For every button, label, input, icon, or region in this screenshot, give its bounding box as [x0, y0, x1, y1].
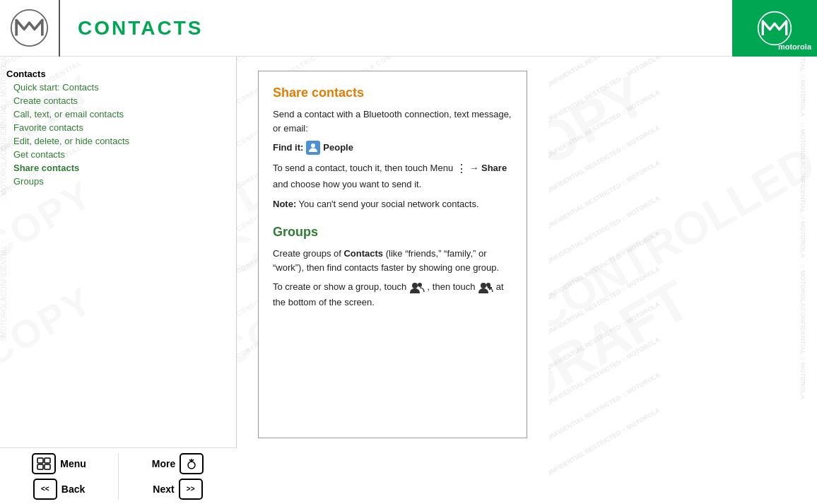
sidebar-item-edit-delete-hide[interactable]: Edit, delete, or hide contacts — [4, 134, 233, 148]
note-label: Note: — [273, 199, 296, 209]
sidebar-item-quick-start[interactable]: Quick start: Contacts — [4, 81, 233, 94]
sidebar-nav: Contacts Quick start: Contacts Create co… — [4, 67, 233, 188]
sidebar: MOTOROLA CONFIDENTIAL MOTOROLA CONFIDENT… — [0, 57, 237, 504]
motorola-logo-right: motorola — [732, 0, 817, 57]
menu-button[interactable]: Menu — [32, 453, 86, 474]
menu-icon — [32, 453, 56, 474]
svg-point-13 — [481, 283, 486, 288]
svg-point-11 — [412, 283, 418, 288]
people-icon — [306, 141, 320, 155]
sidebar-item-groups[interactable]: Groups — [4, 175, 233, 188]
main-layout: MOTOROLA CONFIDENTIAL MOTOROLA CONFIDENT… — [0, 57, 817, 504]
content-box: Share contacts Send a contact with a Blu… — [258, 71, 527, 438]
back-button[interactable]: << Back — [33, 479, 85, 500]
sidebar-item-create-contacts[interactable]: Create contacts — [4, 94, 233, 107]
share-intro: Send a contact with a Bluetooth connecti… — [273, 107, 512, 135]
sidebar-item-contacts[interactable]: Contacts — [4, 67, 233, 81]
groups-intro: Create groups of Contacts (like “friends… — [273, 247, 512, 274]
find-it-line: Find it: People — [273, 141, 512, 155]
share-instructions: To send a contact, touch it, then touch … — [273, 160, 512, 192]
sidebar-item-share-contacts[interactable]: Share contacts — [4, 161, 233, 175]
menu-dots: ⋮ — [456, 163, 467, 175]
share-contacts-title: Share contacts — [273, 86, 512, 100]
content-area: CONFIDENTIAL RESTRICTED :: MOTOROLA CONF… — [237, 57, 548, 504]
note: Note: You can't send your social network… — [273, 197, 512, 211]
note-content: You can't send your social network conta… — [299, 199, 479, 209]
next-icon: >> — [179, 479, 203, 500]
sidebar-item-favorite-contacts[interactable]: Favorite contacts — [4, 121, 233, 134]
bottom-nav-right: More Next >> — [118, 453, 237, 500]
bottom-nav: Menu << Back More — [0, 447, 237, 504]
svg-point-10 — [311, 143, 315, 148]
back-icon: << — [33, 479, 57, 500]
groups-icon-2 — [478, 280, 493, 295]
groups-icon-1 — [409, 280, 425, 295]
page-title: CONTACTS — [60, 17, 203, 40]
right-watermark-area: CONFIDENTIAL RESTRICTED :: MOTOROLA CONF… — [548, 57, 817, 504]
motorola-logo-left — [0, 0, 60, 57]
next-button[interactable]: Next >> — [153, 479, 202, 500]
sidebar-item-get-contacts[interactable]: Get contacts — [4, 148, 233, 161]
svg-rect-5 — [45, 464, 50, 469]
groups-instructions: To create or show a group, touch , then … — [273, 280, 512, 310]
svg-rect-4 — [37, 464, 43, 469]
share-label: Share — [481, 163, 507, 173]
sidebar-item-call-text-email[interactable]: Call, text, or email contacts — [4, 107, 233, 121]
more-button[interactable]: More — [152, 453, 204, 474]
find-it-app: People — [323, 141, 353, 155]
content-inner: Share contacts Send a contact with a Blu… — [258, 71, 527, 438]
find-it-label: Find it: — [273, 141, 303, 155]
svg-point-12 — [418, 283, 422, 287]
header: CONTACTS motorola — [0, 0, 817, 57]
svg-rect-3 — [45, 458, 50, 463]
more-icon — [180, 453, 204, 474]
groups-title: Groups — [273, 225, 512, 240]
svg-rect-2 — [37, 458, 43, 463]
bottom-nav-left: Menu << Back — [0, 453, 118, 500]
contacts-bold: Contacts — [343, 248, 383, 259]
svg-point-6 — [188, 462, 195, 469]
